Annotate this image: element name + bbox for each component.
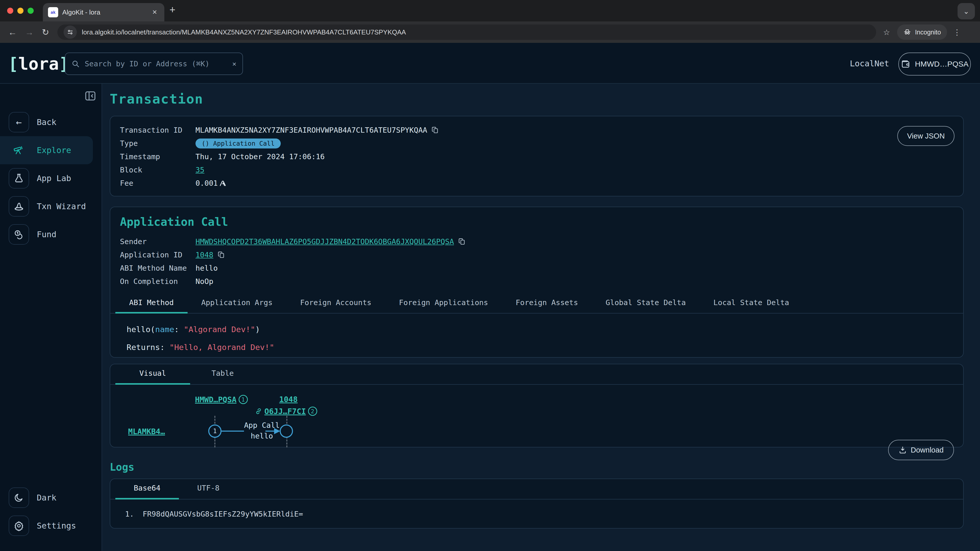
logo-text: lora: [18, 54, 59, 74]
app-call-tabbar: ABI Method Application Args Foreign Acco…: [110, 295, 963, 313]
sidebar-item-back[interactable]: ← Back: [0, 108, 102, 136]
telescope-icon: [9, 140, 29, 160]
incognito-label: Incognito: [915, 29, 941, 36]
resource-badge: 1: [239, 395, 248, 404]
graph-node-sender: 1: [208, 424, 221, 438]
panel-collapse-icon: [84, 90, 97, 102]
logo-bracket-open: [: [8, 54, 18, 74]
logs-card: Base64 UTF-8 1. FR98dQAUSGVsbG8sIEFsZ29y…: [110, 478, 964, 529]
graph-node-app: [280, 424, 293, 438]
wallet-icon: [900, 59, 910, 69]
url-bar[interactable]: lora.algokit.io/localnet/transaction/MLA…: [57, 24, 876, 40]
field-label: Timestamp: [120, 152, 196, 161]
tab-local-state-delta[interactable]: Local State Delta: [700, 298, 803, 313]
field-label: Fee: [120, 179, 196, 187]
incognito-badge: Incognito: [897, 24, 947, 40]
copy-icon[interactable]: [431, 126, 439, 134]
field-label: Type: [120, 139, 196, 148]
abi-call-line: hello(name: "Algorand Dev!"): [127, 325, 963, 334]
sidebar-item-explore[interactable]: Explore: [0, 136, 93, 164]
lora-logo[interactable]: [lora]: [8, 54, 69, 74]
new-tab-button[interactable]: +: [169, 4, 175, 16]
sender-link[interactable]: HMWDSHQCOPD2T36WBAHLAZ6PO5GDJJZBN4D2TODK…: [196, 237, 454, 246]
wizard-hat-icon: [9, 196, 29, 217]
graph-txn-link[interactable]: MLAMKB4…: [128, 427, 165, 436]
tab-close-icon[interactable]: ✕: [150, 8, 159, 17]
browser-reload-icon[interactable]: ↻: [42, 27, 49, 37]
sidebar-item-label: Txn Wizard: [37, 202, 86, 211]
sender-row: Sender HMWDSHQCOPD2T36WBAHLAZ6PO5GDJJZBN…: [120, 235, 963, 248]
search-clear-icon[interactable]: ✕: [232, 60, 236, 68]
back-arrow-icon: ←: [9, 112, 29, 132]
wallet-button[interactable]: HMWD…PQSA: [898, 52, 971, 76]
graph-app-id-link[interactable]: 1048: [279, 395, 298, 404]
app-id-link[interactable]: 1048: [196, 251, 213, 259]
log-entry: 1. FR98dQAUSGVsbG8sIEFsZ29yYW5kIERldiE=: [110, 499, 963, 518]
view-json-button[interactable]: View JSON: [897, 126, 955, 146]
logs-title: Logs: [110, 461, 964, 473]
link-icon: [255, 407, 262, 415]
log-entry-number: 1.: [125, 510, 134, 518]
application-call-title: Application Call: [120, 215, 963, 228]
field-label: On Completion: [120, 277, 196, 286]
field-label: Transaction ID: [120, 126, 196, 135]
on-completion-value: NoOp: [196, 277, 213, 286]
search-input[interactable]: [85, 59, 232, 68]
tab-table[interactable]: Table: [190, 369, 255, 384]
abi-method-name-value: hello: [196, 264, 218, 272]
tab-utf8[interactable]: UTF-8: [179, 484, 238, 499]
returns-value: "Hello, Algorand Dev!": [169, 343, 274, 352]
url-text: lora.algokit.io/localnet/transaction/MLA…: [82, 28, 406, 36]
tab-base64[interactable]: Base64: [115, 484, 179, 499]
sidebar-item-settings[interactable]: Settings: [0, 512, 102, 540]
sidebar-item-txn-wizard[interactable]: Txn Wizard: [0, 192, 102, 221]
copy-icon[interactable]: [218, 251, 225, 259]
graph-group-link[interactable]: O6JJ…F7CI 2: [255, 407, 317, 416]
txn-id-row: Transaction ID MLAMKB4ANXZ5NA2XY7ZNF3EAI…: [120, 124, 963, 137]
tab-foreign-assets[interactable]: Foreign Assets: [502, 298, 592, 313]
tab-foreign-applications[interactable]: Foreign Applications: [385, 298, 502, 313]
timestamp-row: Timestamp Thu, 17 October 2024 17:06:16: [120, 150, 963, 163]
tab-visual[interactable]: Visual: [115, 369, 190, 384]
browser-back-icon[interactable]: ←: [8, 27, 17, 37]
page-title: Transaction: [110, 91, 964, 106]
type-badge: () Application Call: [196, 138, 281, 148]
incognito-icon: [903, 28, 912, 36]
block-link[interactable]: 35: [196, 165, 204, 174]
sidebar-item-app-lab[interactable]: App Lab: [0, 164, 102, 192]
sidebar-item-theme-toggle[interactable]: Dark: [0, 484, 102, 512]
tab-global-state-delta[interactable]: Global State Delta: [592, 298, 700, 313]
site-settings-icon[interactable]: [64, 25, 77, 39]
moon-icon: [9, 487, 29, 508]
abi-method-name-row: ABI Method Name hello: [120, 262, 963, 275]
coins-icon: [9, 224, 29, 245]
tab-search-chevron-icon[interactable]: ⌄: [958, 3, 975, 19]
graph-arrowhead: [274, 428, 280, 434]
network-label[interactable]: LocalNet: [850, 59, 889, 68]
browser-forward-icon[interactable]: →: [25, 27, 34, 37]
close-window-button[interactable]: [7, 8, 13, 14]
gear-icon: [9, 516, 29, 536]
tab-foreign-accounts[interactable]: Foreign Accounts: [286, 298, 385, 313]
sidebar-collapse-button[interactable]: [84, 90, 97, 102]
abi-method-code: hello(name: "Algorand Dev!") Returns: "H…: [110, 313, 963, 352]
arg-value: "Algorand Dev!": [184, 325, 255, 334]
download-button[interactable]: Download: [888, 440, 954, 460]
browser-tab[interactable]: AlgoKit - loraak AlgoKit - lora ✕: [43, 3, 164, 21]
global-search[interactable]: ✕: [65, 52, 243, 75]
sidebar-footer: Dark Settings: [0, 484, 102, 540]
favicon: AlgoKit - loraak: [48, 7, 58, 17]
tab-abi-method[interactable]: ABI Method: [115, 298, 188, 313]
sidebar-item-label: Back: [37, 118, 56, 127]
browser-menu-icon[interactable]: ⋮: [953, 28, 961, 37]
maximize-window-button[interactable]: [27, 8, 34, 14]
graph-sender-link[interactable]: HMWD…PQSA 1: [195, 395, 248, 404]
sidebar-item-fund[interactable]: Fund: [0, 221, 102, 248]
copy-icon[interactable]: [458, 238, 466, 245]
sidebar-item-label: Explore: [37, 145, 71, 155]
minimize-window-button[interactable]: [18, 8, 24, 14]
bookmark-star-icon[interactable]: ☆: [883, 28, 890, 37]
app-header: [lora] ✕ LocalNet HMWD…PQSA: [0, 43, 980, 84]
transaction-graph: HMWD…PQSA 1 1048 O6JJ…F7CI 2 MLAMKB4…: [110, 385, 963, 447]
tab-application-args[interactable]: Application Args: [188, 298, 286, 313]
